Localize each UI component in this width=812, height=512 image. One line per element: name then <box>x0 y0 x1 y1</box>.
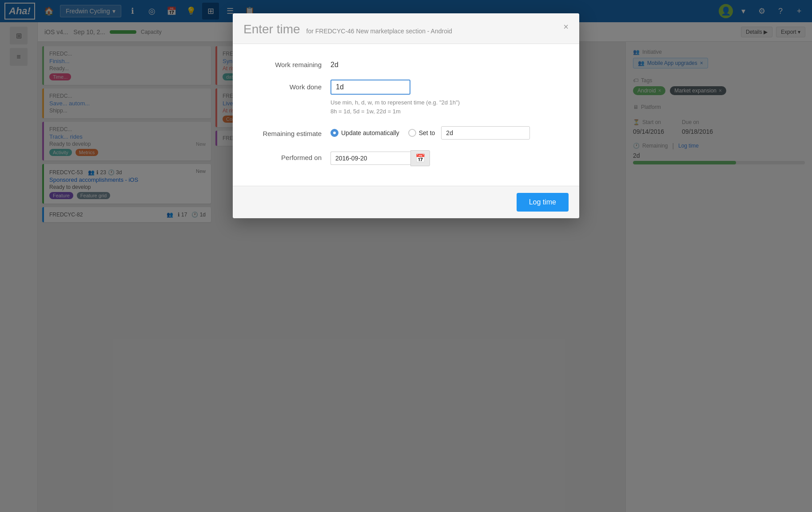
performed-on-input[interactable] <box>330 152 410 165</box>
set-to-radio[interactable] <box>408 129 416 137</box>
update-auto-option[interactable]: Update automatically <box>330 129 399 137</box>
work-remaining-row: Work remaining 2d <box>251 57 561 69</box>
work-remaining-value: 2d <box>330 57 561 69</box>
modal-footer: Log time <box>233 186 579 218</box>
work-done-control: Use min, h, d, w, m to represent time (e… <box>330 80 561 116</box>
performed-on-row: Performed on 📅 <box>251 150 561 166</box>
log-time-button[interactable]: Log time <box>517 193 569 212</box>
work-done-row: Work done Use min, h, d, w, m to represe… <box>251 80 561 116</box>
hint-text: Use min, h, d, w, m to represent time (e… <box>330 98 561 116</box>
remaining-estimate-label: Remaining estimate <box>251 126 330 137</box>
enter-time-modal: Enter time for FREDCYC-46 New marketplac… <box>233 13 579 218</box>
modal-header: Enter time for FREDCYC-46 New marketplac… <box>233 13 579 44</box>
modal-title: Enter time <box>243 22 300 36</box>
remaining-estimate-row: Remaining estimate Update automatically … <box>251 126 561 140</box>
performed-on-control: 📅 <box>330 150 561 166</box>
set-to-input[interactable] <box>441 126 530 140</box>
work-remaining-control: 2d <box>330 57 561 69</box>
set-to-option[interactable]: Set to <box>408 126 530 140</box>
modal-overlay: Enter time for FREDCYC-46 New marketplac… <box>0 0 812 512</box>
modal-body: Work remaining 2d Work done Use min, h, … <box>233 44 579 186</box>
work-remaining-label: Work remaining <box>251 57 330 68</box>
remaining-estimate-control: Update automatically Set to <box>330 126 561 140</box>
update-auto-label: Update automatically <box>341 129 399 136</box>
radio-group: Update automatically Set to <box>330 126 561 140</box>
modal-close-btn[interactable]: × <box>560 20 572 33</box>
work-done-input[interactable] <box>330 80 410 95</box>
date-group: 📅 <box>330 150 561 166</box>
update-auto-radio[interactable] <box>330 129 338 137</box>
calendar-btn[interactable]: 📅 <box>410 150 430 166</box>
performed-on-label: Performed on <box>251 150 330 161</box>
work-done-label: Work done <box>251 80 330 91</box>
set-to-label: Set to <box>419 129 435 136</box>
calendar-icon: 📅 <box>415 153 425 163</box>
modal-subtitle: for FREDCYC-46 New marketplace section -… <box>306 28 452 35</box>
